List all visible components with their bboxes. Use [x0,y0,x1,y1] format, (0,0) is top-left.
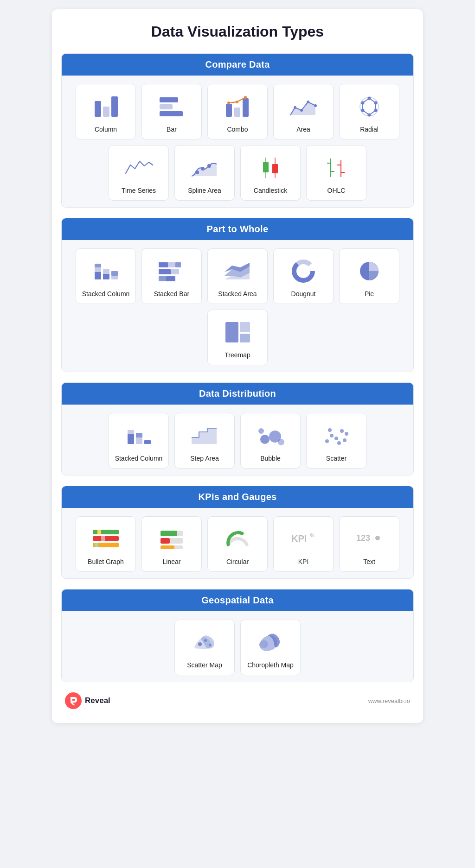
svg-rect-4 [160,104,173,109]
footer-logo: Reveal [65,692,110,709]
svg-point-57 [299,266,308,276]
scatter-map-icon [188,628,221,656]
scatter-label: Scatter [326,454,347,463]
chart-card-circular[interactable]: Circular [207,516,268,572]
chart-card-column[interactable]: Column [76,84,136,139]
chart-card-candlestick[interactable]: Candlestick [240,145,301,201]
dougnut-icon [287,257,320,285]
spline-area-icon [188,154,221,182]
svg-rect-8 [243,98,249,117]
svg-point-15 [307,101,309,103]
svg-point-76 [345,432,348,436]
chart-card-pie[interactable]: Pie [339,248,399,304]
chart-card-area[interactable]: Area [273,84,334,139]
svg-point-74 [334,437,338,440]
linear-label: Linear [163,558,181,566]
chart-card-combo[interactable]: Combo [207,84,268,139]
svg-point-77 [328,428,332,432]
column-icon [90,93,122,120]
chart-card-time-series[interactable]: Time Series [109,145,169,201]
svg-text:KPI: KPI [291,533,307,544]
stacked-area-label: Stacked Area [218,290,257,298]
svg-rect-49 [171,269,179,274]
svg-rect-47 [175,262,181,267]
section-part-to-whole: Part to Whole Stacked Column [61,218,414,372]
svg-rect-84 [101,536,105,541]
chart-card-stacked-area[interactable]: Stacked Area [207,248,268,304]
svg-rect-83 [97,530,101,534]
chart-card-dougnut[interactable]: Dougnut [273,248,334,304]
chart-card-radial[interactable]: Radial [339,84,399,139]
bullet-graph-icon [90,525,122,553]
svg-rect-3 [160,97,178,102]
chart-card-bubble[interactable]: Bubble [240,413,301,469]
svg-rect-81 [93,536,119,541]
svg-rect-60 [240,322,250,332]
section-geospatial: Geospatial Data Scatter Map [61,589,414,682]
radial-label: Radial [360,125,379,133]
area-icon [287,93,320,120]
footer: Reveal www.revealbi.io [61,692,414,709]
chart-card-choropleth-map[interactable]: Choropleth Map [240,620,301,675]
svg-point-78 [337,441,341,445]
chart-card-treemap[interactable]: Treemap [207,310,268,365]
svg-rect-41 [103,274,109,279]
text-label: Text [363,558,375,566]
svg-rect-51 [166,276,175,281]
chart-card-kpi[interactable]: KPI % KPI [273,516,334,572]
svg-point-96 [198,642,202,646]
section-header-kpis: KPIs and Gauges [62,486,413,508]
chart-card-bullet-graph[interactable]: Bullet Graph [76,516,136,572]
chart-card-stacked-column[interactable]: Stacked Column [76,248,136,304]
svg-point-97 [204,639,207,642]
treemap-icon [221,318,254,346]
svg-rect-38 [95,272,101,279]
circular-label: Circular [226,558,249,566]
svg-rect-91 [160,545,174,549]
chart-card-ohlc[interactable]: OHLC [306,145,366,201]
svg-rect-50 [159,276,166,281]
chart-card-bar[interactable]: Bar [141,84,202,139]
stacked-column-label: Stacked Column [82,290,130,298]
pie-icon [353,257,385,285]
chart-card-step-area[interactable]: Step Area [174,413,235,469]
chart-card-scatter[interactable]: Scatter [306,413,366,469]
page-wrapper: Data Visualization Types Compare Data Co… [52,9,423,723]
chart-card-stacked-bar[interactable]: Stacked Bar [141,248,202,304]
chart-card-text[interactable]: 123 Text [339,516,399,572]
svg-rect-0 [95,101,101,117]
section-header-ptw: Part to Whole [62,218,413,240]
section-header-geo: Geospatial Data [62,589,413,611]
chart-card-scatter-map[interactable]: Scatter Map [174,620,235,675]
pie-label: Pie [365,290,374,298]
svg-point-23 [361,108,365,112]
svg-point-79 [343,438,347,442]
svg-rect-29 [263,162,269,172]
svg-point-19 [368,96,371,100]
svg-point-13 [294,106,296,109]
bar-icon [155,93,188,120]
chart-card-linear[interactable]: Linear [141,516,202,572]
svg-rect-5 [160,111,183,116]
column-label: Column [95,125,117,133]
choropleth-map-label: Choropleth Map [247,661,294,669]
svg-rect-89 [160,538,170,544]
svg-text:123: 123 [356,533,370,543]
chart-card-stacked-column2[interactable]: Stacked Column [109,413,169,469]
chart-card-spline-area[interactable]: Spline Area [174,145,235,201]
stacked-area-icon [221,257,254,285]
svg-point-26 [195,171,199,174]
svg-point-21 [374,108,378,112]
spline-area-label: Spline Area [188,186,221,195]
svg-rect-31 [272,164,278,173]
svg-point-22 [368,113,371,116]
bar-label: Bar [167,125,177,133]
reveal-logo-icon [65,692,82,709]
svg-rect-65 [136,433,142,437]
radial-icon [353,93,385,120]
scatter-map-label: Scatter Map [187,661,222,669]
section-compare-data: Compare Data Column [61,53,414,208]
combo-label: Combo [227,125,248,133]
ohlc-label: OHLC [327,186,346,195]
time-series-icon [122,154,155,182]
